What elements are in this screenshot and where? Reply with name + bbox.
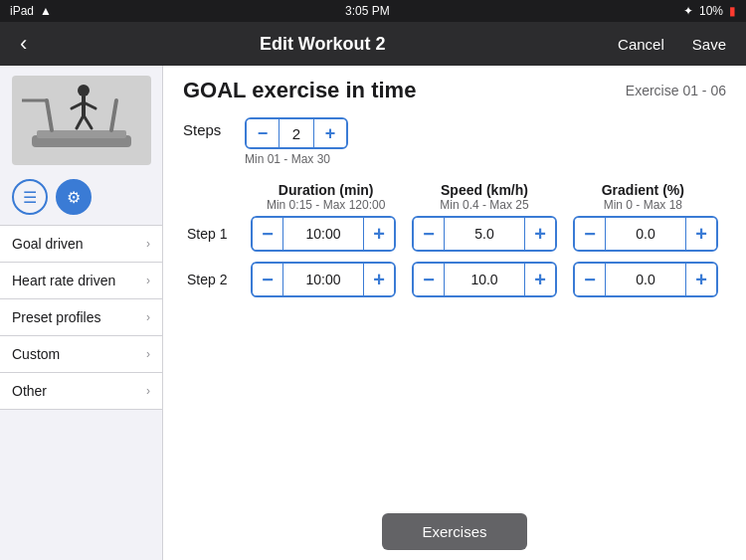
- sidebar-item-goal-driven[interactable]: Goal driven ›: [0, 225, 162, 262]
- step-1-gradient-input[interactable]: [605, 218, 686, 250]
- step-2-duration-input[interactable]: [282, 264, 364, 295]
- step-1-duration-stepper: − +: [251, 216, 396, 252]
- page-title: GOAL exercise in time: [183, 78, 416, 103]
- step-2-gradient-decrement[interactable]: −: [575, 264, 605, 295]
- bluetooth-icon: ✦: [683, 4, 693, 18]
- sidebar-item-custom[interactable]: Custom ›: [0, 335, 162, 372]
- col-header-gradient-hint: Min 0 - Max 18: [564, 198, 722, 212]
- step-2-gradient-increment[interactable]: +: [686, 264, 716, 295]
- status-time: 3:05 PM: [345, 4, 390, 18]
- step-1-duration-input[interactable]: [282, 218, 364, 250]
- status-bar: iPad ▲ 3:05 PM ✦ 10% ▮: [0, 0, 746, 22]
- col-header-speed-title: Speed (km/h): [405, 182, 563, 198]
- step-2-duration-increment[interactable]: +: [364, 264, 394, 295]
- col-header-speed-hint: Min 0.4 - Max 25: [405, 198, 563, 212]
- col-header-duration-hint: Min 0:15 - Max 120:00: [247, 198, 405, 212]
- steps-control: − + Min 01 - Max 30: [245, 117, 348, 166]
- step-1-gradient-increment[interactable]: +: [686, 218, 716, 250]
- col-header-gradient-title: Gradient (%): [564, 182, 722, 198]
- nav-actions: Cancel Save: [610, 32, 734, 57]
- sidebar-item-heart-rate-driven[interactable]: Heart rate driven ›: [0, 262, 162, 298]
- step-1-gradient-stepper: − +: [573, 216, 718, 252]
- steps-stepper: − +: [245, 117, 348, 149]
- step-2-speed-decrement[interactable]: −: [414, 264, 444, 295]
- steps-decrement-button[interactable]: −: [247, 119, 279, 147]
- step-2-speed-input[interactable]: [444, 264, 525, 295]
- status-right: ✦ 10% ▮: [683, 4, 736, 18]
- step-2-duration-decrement[interactable]: −: [253, 264, 282, 295]
- steps-increment-button[interactable]: +: [314, 119, 346, 147]
- list-icon: ☰: [23, 188, 37, 207]
- page-title-row: GOAL exercise in time Exercise 01 - 06: [183, 78, 726, 103]
- steps-label: Steps: [183, 117, 233, 138]
- steps-row: Steps − + Min 01 - Max 30: [183, 117, 726, 166]
- icon-tabs: ☰ ⚙: [0, 173, 162, 225]
- device-label: iPad: [10, 4, 34, 18]
- step-1-speed-decrement[interactable]: −: [414, 218, 444, 250]
- step-1-speed-stepper: − +: [412, 216, 557, 252]
- col-header-gradient: Gradient (%) Min 0 - Max 18: [564, 182, 722, 212]
- sidebar-item-label: Goal driven: [12, 236, 84, 252]
- step-1-row: Step 1 − + − + − +: [183, 216, 726, 252]
- bottom-bar: Exercises: [163, 505, 746, 560]
- chevron-icon: ›: [146, 384, 150, 398]
- step-1-speed-increment[interactable]: +: [525, 218, 555, 250]
- svg-line-10: [84, 115, 92, 128]
- nav-bar: ‹ Edit Workout 2 Cancel Save: [0, 22, 746, 66]
- step-1-duration-increment[interactable]: +: [364, 218, 394, 250]
- sidebar-item-label: Preset profiles: [12, 309, 100, 325]
- svg-line-9: [77, 115, 84, 128]
- col-header-duration-title: Duration (min): [247, 182, 405, 198]
- step-2-gradient-stepper: − +: [573, 262, 718, 297]
- step-2-speed-increment[interactable]: +: [525, 264, 555, 295]
- chevron-icon: ›: [146, 237, 150, 251]
- svg-line-2: [47, 100, 52, 130]
- list-tab[interactable]: ☰: [12, 179, 48, 215]
- sidebar-item-label: Heart rate driven: [12, 273, 115, 288]
- step-1-label: Step 1: [183, 226, 243, 242]
- treadmill-svg: [22, 81, 141, 160]
- battery-label: 10%: [699, 4, 723, 18]
- sidebar-item-label: Custom: [12, 346, 60, 362]
- step-1-gradient-decrement[interactable]: −: [575, 218, 605, 250]
- back-button[interactable]: ‹: [12, 27, 35, 61]
- cancel-button[interactable]: Cancel: [610, 32, 672, 57]
- wifi-icon: ▲: [40, 4, 52, 18]
- exercise-label: Exercise 01 - 06: [626, 83, 726, 98]
- sidebar-item-other[interactable]: Other ›: [0, 372, 162, 410]
- step-1-speed-input[interactable]: [444, 218, 525, 250]
- chevron-icon: ›: [146, 347, 150, 361]
- exercises-button[interactable]: Exercises: [382, 513, 526, 550]
- step-1-duration-decrement[interactable]: −: [253, 218, 282, 250]
- table-header: Duration (min) Min 0:15 - Max 120:00 Spe…: [183, 182, 726, 212]
- sidebar-item-preset-profiles[interactable]: Preset profiles ›: [0, 298, 162, 335]
- battery-icon: ▮: [729, 4, 736, 18]
- sidebar: ☰ ⚙ Goal driven › Heart rate driven › Pr…: [0, 66, 163, 560]
- nav-title: Edit Workout 2: [260, 34, 386, 55]
- steps-value-input[interactable]: [279, 119, 314, 147]
- step-2-row: Step 2 − + − + − +: [183, 262, 726, 297]
- content-area: GOAL exercise in time Exercise 01 - 06 S…: [163, 66, 746, 560]
- col-header-speed: Speed (km/h) Min 0.4 - Max 25: [405, 182, 563, 212]
- step-2-gradient-input[interactable]: [605, 264, 686, 295]
- settings-icon: ⚙: [67, 188, 81, 207]
- treadmill-image: [12, 76, 151, 165]
- step-2-duration-stepper: − +: [251, 262, 396, 297]
- svg-line-3: [111, 100, 116, 130]
- main-layout: ☰ ⚙ Goal driven › Heart rate driven › Pr…: [0, 66, 746, 560]
- step-2-label: Step 2: [183, 272, 243, 287]
- chevron-icon: ›: [146, 274, 150, 287]
- status-left: iPad ▲: [10, 4, 52, 18]
- step-2-speed-stepper: − +: [412, 262, 557, 297]
- save-button[interactable]: Save: [684, 32, 734, 57]
- chevron-icon: ›: [146, 310, 150, 324]
- sidebar-item-label: Other: [12, 383, 47, 399]
- sidebar-menu: Goal driven › Heart rate driven › Preset…: [0, 225, 162, 560]
- col-header-duration: Duration (min) Min 0:15 - Max 120:00: [247, 182, 405, 212]
- steps-hint: Min 01 - Max 30: [245, 152, 330, 166]
- settings-tab[interactable]: ⚙: [56, 179, 92, 215]
